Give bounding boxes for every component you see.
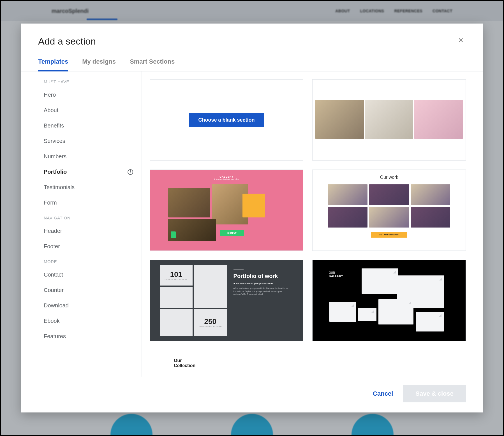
- stat-box: 101 CONVINCING SLOGAN: [160, 265, 193, 286]
- tabs: Templates My designs Smart Sections: [21, 47, 483, 71]
- photo-thumb: [378, 299, 413, 324]
- sidebar-item-numbers[interactable]: Numbers: [41, 149, 136, 164]
- template-label: Our work: [328, 175, 450, 180]
- sidebar-item-label: Header: [44, 228, 62, 234]
- sidebar-item-label: Ebook: [44, 318, 60, 324]
- photo-thumb: [411, 184, 450, 205]
- photo-thumb: [315, 100, 364, 139]
- sidebar-item-label: Hero: [44, 92, 56, 98]
- template-our-work[interactable]: Our work GET OFFER NOW ›: [312, 170, 466, 251]
- sidebar-item-footer[interactable]: Footer: [41, 239, 136, 254]
- group-more: MORE: [41, 254, 136, 267]
- sidebar-item-label: Portfolio: [44, 169, 67, 175]
- sidebar-item-label: Numbers: [44, 153, 66, 160]
- info-icon[interactable]: i: [128, 169, 133, 175]
- sidebar-item-header[interactable]: Header: [41, 223, 136, 239]
- accent-block: [242, 194, 265, 217]
- template-three-photos[interactable]: [312, 79, 466, 161]
- template-label: Portfolio of work: [233, 273, 292, 279]
- tab-templates[interactable]: Templates: [38, 58, 68, 71]
- photo-thumb: [411, 207, 450, 228]
- template-label: OUR GALLERY: [329, 271, 343, 278]
- modal-footer: Cancel Save & close: [21, 377, 483, 412]
- template-label: GALLERY: [167, 175, 286, 178]
- sidebar-item-label: Download: [44, 302, 69, 309]
- sidebar-item-label: Counter: [44, 287, 64, 293]
- template-label: Our Collection: [174, 358, 279, 368]
- photo-thumb: [194, 265, 227, 308]
- sidebar-item-about[interactable]: About: [41, 103, 136, 118]
- divider: [233, 270, 244, 270]
- photo-thumb: [358, 308, 376, 321]
- sidebar-item-label: Benefits: [44, 122, 64, 129]
- template-our-collection[interactable]: Our Collection: [150, 350, 303, 375]
- signup-button: SIGN UP: [220, 230, 244, 236]
- group-must-have: MUST-HAVE: [41, 74, 136, 87]
- template-dark-portfolio[interactable]: 101 CONVINCING SLOGAN 250 CONVINCING SLO…: [150, 260, 303, 341]
- stat-slogan: CONVINCING SLOGAN: [165, 279, 188, 280]
- label-line: GALLERY: [329, 275, 343, 278]
- stat-box: 250 CONVINCING SLOGAN: [194, 309, 227, 336]
- photo-thumb: [160, 287, 193, 307]
- label-line: Our: [174, 358, 182, 363]
- photo-thumb: [369, 184, 409, 205]
- photo-thumb: [168, 188, 210, 217]
- template-black-gallery[interactable]: OUR GALLERY: [312, 260, 466, 341]
- label-line: Collection: [174, 363, 195, 368]
- templates-content: Choose a blank section GALLERY A few wor…: [142, 71, 466, 377]
- sidebar-item-services[interactable]: Services: [41, 133, 136, 149]
- offer-button: GET OFFER NOW ›: [371, 232, 407, 238]
- photo-thumb: [414, 100, 463, 139]
- template-body: A few words about your product/offer. Fo…: [233, 287, 292, 296]
- template-blank[interactable]: Choose a blank section: [150, 79, 303, 161]
- sidebar-item-label: Contact: [44, 272, 63, 278]
- photo-thumb: [329, 302, 356, 322]
- modal-overlay: Add a section ✕ Templates My designs Sma…: [1, 1, 503, 435]
- sidebar-item-label: Footer: [44, 243, 60, 250]
- sidebar-item-ebook[interactable]: Ebook: [41, 313, 136, 329]
- stat-number: 101: [170, 270, 182, 279]
- photo-thumb: [160, 309, 193, 336]
- photo-thumb: [328, 184, 367, 205]
- template-sub: A few words about your product/offer.: [233, 282, 292, 285]
- sidebar-item-testimonials[interactable]: Testimonials: [41, 180, 136, 195]
- template-sub: A few words about your offer: [167, 178, 286, 180]
- photo-thumb: [416, 312, 444, 331]
- sidebar-item-download[interactable]: Download: [41, 298, 136, 313]
- photo-thumb: [369, 207, 409, 228]
- sidebar-item-contact[interactable]: Contact: [41, 267, 136, 282]
- stat-slogan: CONVINCING SLOGAN: [199, 326, 222, 328]
- modal-title: Add a section: [38, 36, 96, 47]
- label-line: OUR: [329, 271, 343, 275]
- sidebar-item-form[interactable]: Form: [41, 195, 136, 210]
- sidebar-item-portfolio[interactable]: Portfolio i: [41, 164, 136, 180]
- sidebar-item-label: Form: [44, 200, 57, 206]
- tab-smart-sections[interactable]: Smart Sections: [130, 58, 175, 71]
- sidebar-item-features[interactable]: Features: [41, 329, 136, 344]
- template-pink-gallery[interactable]: GALLERY A few words about your offer SIG…: [150, 170, 303, 251]
- stat-number: 250: [204, 317, 216, 326]
- add-section-modal: Add a section ✕ Templates My designs Sma…: [21, 24, 483, 412]
- sidebar-item-label: About: [44, 107, 58, 113]
- sidebar-item-label: Testimonials: [44, 184, 75, 191]
- tab-my-designs[interactable]: My designs: [82, 58, 116, 71]
- group-navigation: NAVIGATION: [41, 210, 136, 223]
- photo-thumb: [328, 207, 367, 228]
- sidebar-item-hero[interactable]: Hero: [41, 87, 136, 103]
- cancel-button[interactable]: Cancel: [373, 390, 393, 397]
- sidebar-item-counter[interactable]: Counter: [41, 282, 136, 298]
- badge-icon: [171, 231, 176, 238]
- photo-thumb: [365, 100, 413, 139]
- sidebar-item-label: Features: [44, 333, 66, 340]
- photo-thumb: [362, 268, 398, 294]
- save-close-button[interactable]: Save & close: [403, 385, 466, 402]
- choose-blank-button[interactable]: Choose a blank section: [189, 113, 263, 127]
- sidebar-item-label: Services: [44, 138, 65, 144]
- close-icon[interactable]: ✕: [456, 36, 466, 45]
- sidebar: MUST-HAVE Hero About Benefits Services N…: [38, 71, 142, 377]
- sidebar-item-benefits[interactable]: Benefits: [41, 118, 136, 133]
